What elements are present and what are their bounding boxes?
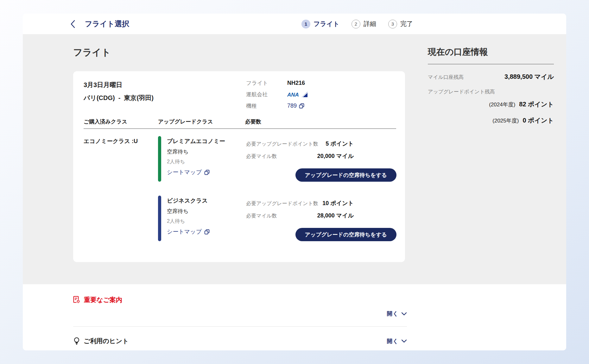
important-notice-title: 重要なご案内	[84, 296, 122, 304]
main-area: フライト 3月3日月曜日 パリ(CDG) - 東京(羽田) フライト NH216…	[23, 34, 566, 284]
usage-hints-open-button[interactable]: 開く	[387, 337, 407, 345]
required-points-value: 10 ポイント	[322, 199, 354, 207]
step-details: 2 詳細	[352, 20, 376, 28]
purchased-class: エコノミークラス :U	[84, 136, 158, 241]
step-complete: 3 完了	[388, 20, 413, 28]
upgrade-class-name: プレミアムエコノミー	[167, 136, 225, 145]
open-new-window-icon	[299, 103, 304, 109]
info-label: フライト	[246, 79, 287, 87]
upgrade-class-name: ビジネスクラス	[167, 196, 210, 204]
info-label: 機種	[246, 102, 287, 110]
back-chevron-icon	[70, 20, 76, 28]
open-new-window-icon	[204, 229, 210, 235]
notice-document-bell-icon	[73, 296, 80, 304]
flight-card: 3月3日月曜日 パリ(CDG) - 東京(羽田) フライト NH216 運航会社…	[73, 71, 405, 262]
account-info-panel: 現在の口座情報 マイル口座残高 3,889,500 マイル アップグレードポイン…	[428, 46, 554, 125]
flight-route: パリ(CDG) - 東京(羽田)	[84, 94, 396, 102]
table-header-row: ご購入済みクラス アップグレードクラス 必要数	[84, 118, 396, 125]
step-label: 完了	[400, 20, 413, 28]
ana-logo: ANA	[287, 91, 308, 97]
mile-balance-row: マイル口座残高 3,889,500 マイル	[428, 72, 554, 81]
option-class-block: ビジネスクラス 空席待ち 2人待ち シートマップ	[158, 196, 246, 241]
flight-number: NH216	[287, 80, 305, 86]
required-miles-row: 必要マイル数 28,000 マイル	[246, 212, 354, 219]
page-header: フライト選択 1 フライト 2 詳細 3 完了	[23, 14, 566, 34]
info-row-flight: フライト NH216	[246, 79, 308, 87]
section-heading: フライト	[73, 46, 111, 59]
aircraft-type: 789	[287, 103, 297, 109]
bottom-section: 重要なご案内 開く ご利用のヒント 開く	[23, 284, 566, 350]
open-new-window-icon	[204, 170, 210, 175]
important-notice-header: 重要なご案内	[73, 296, 407, 304]
fiscal-year: (2024年度)	[489, 101, 515, 108]
lightbulb-icon	[73, 337, 80, 345]
class-color-bar	[158, 196, 161, 241]
mile-balance-label: マイル口座残高	[428, 74, 464, 81]
upgrade-options: プレミアムエコノミー 空席待ち 2人待ち シートマップ	[158, 136, 396, 241]
availability-status: 空席待ち	[167, 148, 225, 155]
step-number: 1	[301, 20, 310, 28]
seatmap-label: シートマップ	[167, 168, 202, 176]
page-container: フライト選択 1 フライト 2 詳細 3 完了 フライト 3月3日月曜日 パリ(…	[23, 14, 566, 350]
page-title: フライト選択	[85, 19, 129, 29]
availability-status: 空席待ち	[167, 208, 210, 215]
stepper: 1 フライト 2 詳細 3 完了	[301, 14, 413, 34]
flight-info: フライト NH216 運航会社 ANA 機種 789	[246, 79, 308, 114]
step-label: 詳細	[364, 20, 376, 28]
open-label: 開く	[387, 310, 398, 317]
flight-date: 3月3日月曜日	[84, 81, 396, 89]
required-points-row: 必要アップグレードポイント数 10 ポイント	[246, 199, 354, 207]
upgrade-option-business: ビジネスクラス 空席待ち 2人待ち シートマップ	[158, 196, 396, 241]
required-points-label: 必要アップグレードポイント数	[246, 141, 318, 147]
upgrade-points-balance-label: アップグレードポイント残高	[428, 89, 554, 95]
waitlist-upgrade-button[interactable]: アップグレードの空席待ちをする	[295, 228, 396, 241]
class-color-bar	[158, 136, 161, 182]
open-label: 開く	[387, 337, 398, 345]
required-miles-label: 必要マイル数	[246, 213, 277, 219]
mile-balance-value: 3,889,500 マイル	[504, 72, 554, 81]
required-miles-label: 必要マイル数	[246, 153, 277, 160]
upgrade-table-row: エコノミークラス :U プレミアムエコノミー 空席待ち 2人待ち シートマップ	[84, 136, 396, 241]
chevron-down-icon	[401, 339, 407, 343]
fiscal-year: (2025年度)	[492, 117, 519, 124]
step-label: フライト	[314, 20, 339, 28]
usage-hints-header: ご利用のヒント	[73, 337, 129, 345]
important-notice-open-button[interactable]: 開く	[387, 310, 407, 317]
required-miles-value: 28,000 マイル	[317, 212, 354, 219]
required-miles-value: 20,000 マイル	[317, 152, 354, 160]
seatmap-link[interactable]: シートマップ	[167, 228, 210, 235]
info-row-aircraft: 機種 789	[246, 102, 308, 110]
required-miles-row: 必要マイル数 20,000 マイル	[246, 152, 354, 160]
col-header-required: 必要数	[245, 118, 261, 125]
required-points-value: 5 ポイント	[326, 140, 354, 147]
info-row-carrier: 運航会社 ANA	[246, 91, 308, 98]
sidebar-divider	[428, 64, 554, 64]
waitlist-upgrade-button[interactable]: アップグレードの空席待ちをする	[295, 168, 396, 182]
points-value: 0 ポイント	[522, 116, 554, 125]
col-header-upgrade-class: アップグレードクラス	[158, 118, 245, 125]
step-number: 2	[352, 20, 360, 28]
seatmap-label: シートマップ	[167, 228, 202, 235]
table-header-divider	[84, 129, 396, 129]
required-points-row: 必要アップグレードポイント数 5 ポイント	[246, 140, 354, 147]
step-flight: 1 フライト	[301, 20, 339, 28]
svg-text:ANA: ANA	[287, 92, 299, 97]
back-button[interactable]	[70, 20, 76, 28]
seatmap-link[interactable]: シートマップ	[167, 168, 210, 176]
points-value: 82 ポイント	[519, 100, 554, 109]
points-2025-row: (2025年度) 0 ポイント	[428, 116, 554, 125]
chevron-down-icon	[401, 312, 407, 316]
info-label: 運航会社	[246, 91, 287, 98]
aircraft-type-link[interactable]: 789	[287, 103, 304, 109]
waitlist-count: 2人待ち	[167, 218, 210, 225]
option-class-block: プレミアムエコノミー 空席待ち 2人待ち シートマップ	[158, 136, 246, 182]
accordion-divider	[73, 326, 407, 327]
required-points-label: 必要アップグレードポイント数	[246, 200, 318, 207]
col-header-purchased-class: ご購入済みクラス	[84, 118, 158, 125]
step-number: 3	[388, 20, 397, 28]
waitlist-count: 2人待ち	[167, 159, 225, 165]
usage-hints-title: ご利用のヒント	[84, 337, 129, 345]
account-info-heading: 現在の口座情報	[428, 46, 554, 58]
points-2024-row: (2024年度) 82 ポイント	[428, 100, 554, 109]
upgrade-option-premium-economy: プレミアムエコノミー 空席待ち 2人待ち シートマップ	[158, 136, 396, 182]
